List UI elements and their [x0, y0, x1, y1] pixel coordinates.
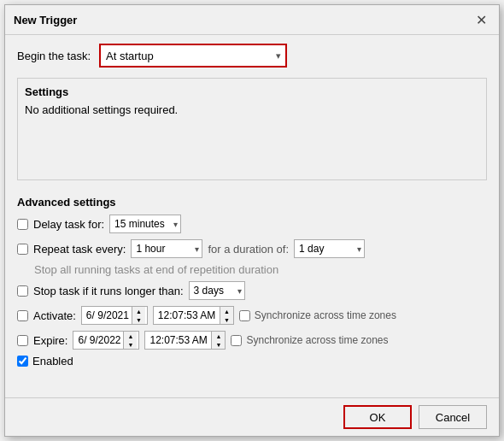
- activate-checkbox[interactable]: [17, 310, 28, 321]
- activate-date-down[interactable]: ▼: [132, 315, 145, 324]
- enabled-checkbox[interactable]: [17, 356, 28, 367]
- dialog-title: New Trigger: [14, 14, 77, 26]
- title-bar: New Trigger ✕: [5, 5, 499, 35]
- delay-task-row: Delay task for: 15 minutes 30 minutes 1 …: [17, 214, 487, 234]
- activate-date-up[interactable]: ▲: [132, 307, 145, 315]
- expire-date-spinner[interactable]: ▲ ▼: [123, 332, 137, 349]
- activate-time-text: 12:07:53 AM: [154, 309, 218, 321]
- begin-task-dropdown[interactable]: At startup On a schedule At log on At id…: [99, 44, 287, 68]
- duration-dropdown[interactable]: 1 hour 12 hours 1 day 3 days Indefinitel…: [294, 239, 365, 258]
- repeat-task-select[interactable]: 5 minutes 10 minutes 15 minutes 30 minut…: [132, 239, 202, 258]
- expire-time-down[interactable]: ▼: [212, 340, 225, 349]
- delay-task-select[interactable]: 15 minutes 30 minutes 1 hour 8 hours 1 d…: [110, 215, 180, 233]
- delay-task-checkbox[interactable]: [17, 219, 28, 230]
- expire-sync-checkbox[interactable]: [231, 335, 242, 346]
- activate-time-spinner[interactable]: ▲ ▼: [220, 307, 233, 324]
- begin-task-select[interactable]: At startup On a schedule At log on At id…: [101, 45, 285, 66]
- settings-section: Settings No additional settings required…: [17, 78, 487, 180]
- enabled-row: Enabled: [17, 355, 487, 368]
- activate-time-up[interactable]: ▲: [220, 307, 233, 315]
- activate-time-down[interactable]: ▼: [220, 315, 233, 324]
- delay-task-label: Delay task for:: [33, 218, 104, 231]
- duration-label: for a duration of:: [208, 243, 289, 256]
- expire-time-up[interactable]: ▲: [212, 332, 225, 340]
- repeat-task-row: Repeat task every: 5 minutes 10 minutes …: [17, 238, 487, 259]
- expire-label: Expire:: [33, 334, 67, 347]
- expire-checkbox[interactable]: [17, 335, 28, 346]
- delay-task-dropdown[interactable]: 15 minutes 30 minutes 1 hour 8 hours 1 d…: [109, 215, 181, 233]
- stop-all-label: Stop all running tasks at end of repetit…: [34, 263, 278, 276]
- activate-time-input[interactable]: 12:07:53 AM ▲ ▼: [153, 306, 234, 325]
- duration-select[interactable]: 1 hour 12 hours 1 day 3 days Indefinitel…: [295, 239, 364, 258]
- stop-task-row: Stop task if it runs longer than: 1 hour…: [17, 280, 487, 301]
- new-trigger-dialog: New Trigger ✕ Begin the task: At startup…: [4, 4, 500, 437]
- activate-date-input[interactable]: 6/ 9/2021 ▲ ▼: [81, 306, 148, 325]
- enabled-label: Enabled: [32, 355, 73, 368]
- begin-task-row: Begin the task: At startup On a schedule…: [17, 44, 487, 68]
- expire-time-spinner[interactable]: ▲ ▼: [211, 332, 225, 349]
- settings-label: Settings: [25, 85, 479, 98]
- stop-task-label: Stop task if it runs longer than:: [33, 285, 184, 297]
- expire-date-up[interactable]: ▲: [124, 332, 137, 340]
- ok-button[interactable]: OK: [343, 405, 412, 429]
- cancel-button[interactable]: Cancel: [419, 405, 487, 429]
- activate-sync-checkbox[interactable]: [239, 310, 250, 321]
- stop-all-row: Stop all running tasks at end of repetit…: [17, 263, 487, 276]
- stop-task-dropdown[interactable]: 1 hour 2 hours 3 hours 1 day 3 days: [189, 281, 245, 300]
- expire-sync-label[interactable]: Synchronize across time zones: [231, 334, 388, 346]
- repeat-task-label: Repeat task every:: [33, 243, 126, 256]
- expire-row: Expire: 6/ 9/2022 ▲ ▼ 12:07:53 AM ▲ ▼: [17, 330, 487, 350]
- expire-time-input[interactable]: 12:07:53 AM ▲ ▼: [144, 331, 226, 350]
- dialog-footer: OK Cancel: [5, 397, 499, 436]
- activate-date-text: 6/ 9/2021: [86, 309, 130, 321]
- expire-date-input[interactable]: 6/ 9/2022 ▲ ▼: [73, 331, 139, 350]
- close-button[interactable]: ✕: [472, 10, 490, 29]
- expire-time-text: 12:07:53 AM: [145, 334, 209, 346]
- begin-task-label: Begin the task:: [17, 50, 91, 62]
- advanced-settings-label: Advanced settings: [17, 196, 487, 209]
- stop-task-checkbox[interactable]: [17, 285, 28, 297]
- activate-label: Activate:: [33, 309, 76, 322]
- repeat-task-dropdown[interactable]: 5 minutes 10 minutes 15 minutes 30 minut…: [131, 239, 202, 258]
- activate-date-spinner[interactable]: ▲ ▼: [132, 307, 145, 324]
- expire-sync-text: Synchronize across time zones: [246, 334, 388, 346]
- no-settings-text: No additional settings required.: [25, 103, 479, 116]
- dialog-body: Begin the task: At startup On a schedule…: [5, 35, 499, 397]
- advanced-settings-section: Advanced settings Delay task for: 15 min…: [17, 196, 487, 368]
- stop-task-select[interactable]: 1 hour 2 hours 3 hours 1 day 3 days: [190, 281, 244, 300]
- activate-row: Activate: 6/ 9/2021 ▲ ▼ 12:07:53 AM ▲ ▼: [17, 305, 487, 326]
- activate-sync-text: Synchronize across time zones: [255, 309, 396, 321]
- activate-sync-label[interactable]: Synchronize across time zones: [239, 309, 396, 321]
- expire-date-text: 6/ 9/2022: [78, 334, 121, 346]
- repeat-task-checkbox[interactable]: [17, 244, 28, 255]
- expire-date-down[interactable]: ▼: [124, 340, 137, 349]
